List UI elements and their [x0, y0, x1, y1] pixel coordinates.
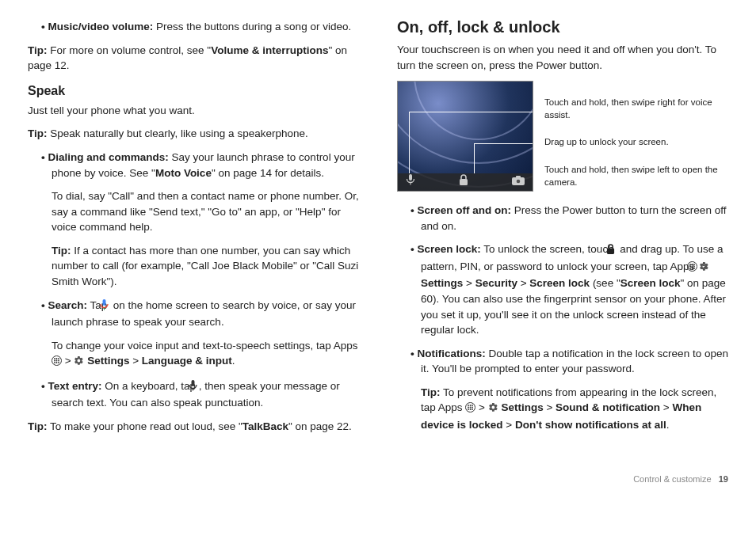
svg-point-38	[468, 409, 469, 410]
lockscreen-hints: Touch and hold, then swipe right for voi…	[544, 81, 728, 192]
link-moto-voice[interactable]: Moto Voice	[155, 167, 212, 179]
svg-point-9	[54, 362, 55, 363]
svg-point-36	[470, 407, 472, 409]
svg-point-8	[58, 360, 59, 362]
svg-rect-15	[410, 183, 411, 185]
link-talkback[interactable]: TalkBack	[242, 420, 288, 432]
tip-label: Tip:	[28, 44, 48, 56]
bullet-notifications: Notifications: Double tap a notification…	[421, 346, 728, 377]
heading-on-off-lock: On, off, lock & unlock	[397, 16, 728, 39]
lockscreen-preview	[397, 81, 533, 192]
text: To make your phone read out loud, see "	[48, 420, 242, 432]
lead: Screen off and on:	[417, 204, 511, 216]
hint-camera-swipe: Touch and hold, then swipe left to open …	[544, 164, 728, 188]
bullet-search: Search: Tap on the home screen to search…	[52, 298, 359, 330]
svg-point-32	[468, 405, 469, 406]
voice-assist-icon	[406, 174, 415, 190]
text: Press the buttons during a song or video…	[153, 21, 351, 32]
two-column-layout: Music/video volume: Press the buttons du…	[28, 16, 728, 442]
settings-label: Settings	[421, 277, 463, 289]
search-settings-path: To change your voice input and text-to-s…	[52, 338, 359, 371]
svg-point-23	[692, 264, 693, 265]
svg-point-26	[692, 265, 693, 267]
bullet-text-entry: Text entry: On a keyboard, tap , then sp…	[52, 378, 359, 411]
text: Speak naturally but clearly, like using …	[48, 127, 308, 139]
tip-label: Tip:	[52, 245, 71, 257]
security-label: Security	[475, 277, 517, 289]
svg-rect-14	[409, 174, 412, 181]
settings-label: Settings	[498, 401, 544, 413]
bullet-screen-lock: Screen lock: To unlock the screen, touch…	[421, 241, 728, 337]
tip-label: Tip:	[28, 127, 48, 139]
lead: Screen lock:	[417, 243, 480, 255]
svg-point-40	[472, 409, 473, 410]
lead: Notifications:	[417, 348, 485, 359]
notifications-tip: Tip: To prevent notifications from appea…	[421, 385, 728, 433]
screen-lock-label: Screen lock	[529, 277, 590, 289]
text: On a keyboard, tap	[102, 380, 199, 392]
text: To change your voice input and text-to-s…	[52, 340, 358, 352]
svg-point-29	[692, 268, 693, 269]
svg-rect-1	[104, 307, 105, 310]
lead: Music/video volume:	[48, 21, 153, 32]
callout-line	[409, 112, 533, 112]
svg-rect-12	[191, 380, 194, 386]
bullet-music-video: Music/video volume: Press the buttons du…	[52, 19, 359, 35]
text: If a contact has more than one number, y…	[52, 245, 358, 287]
dialing-paragraph: To dial, say "Call" and then a contact n…	[52, 188, 359, 235]
page-footer: Control & customize 19	[28, 473, 728, 486]
callout-line	[474, 143, 533, 144]
svg-point-24	[693, 264, 695, 265]
svg-rect-16	[460, 179, 468, 185]
dont-show-label: Don't show notifications at all	[515, 419, 666, 431]
tip-speak: Tip: Speak naturally but clearly, like u…	[28, 126, 359, 142]
bullet-screen-off: Screen off and on: Press the Power butto…	[421, 203, 728, 234]
lead: Search:	[48, 299, 87, 311]
text: To unlock the screen, touch	[481, 243, 617, 255]
link-volume-interruptions[interactable]: Volume & interruptions	[211, 44, 328, 56]
settings-label: Settings	[84, 355, 129, 367]
lead: Text entry:	[48, 380, 101, 392]
intro-on-off: Your touchscreen is on when you need it …	[397, 42, 728, 73]
tip-label: Tip:	[28, 420, 48, 432]
svg-point-30	[693, 268, 695, 269]
tip-volume: Tip: For more on volume control, see "Vo…	[28, 43, 359, 74]
svg-point-6	[54, 360, 55, 362]
right-column: On, off, lock & unlock Your touchscreen …	[397, 16, 728, 442]
svg-rect-20	[607, 249, 614, 254]
bullet-dialing: Dialing and commands: Say your launch ph…	[52, 150, 359, 181]
text: " on page 14 for details.	[212, 167, 324, 179]
svg-point-7	[56, 360, 58, 362]
apps-icon	[465, 401, 475, 417]
callout-line	[409, 112, 410, 173]
svg-point-28	[689, 268, 691, 269]
svg-point-27	[693, 265, 695, 267]
tip-talkback: Tip: To make your phone read out loud, s…	[28, 419, 359, 435]
svg-point-4	[56, 358, 58, 359]
svg-point-25	[689, 265, 691, 267]
svg-point-10	[56, 362, 58, 363]
svg-point-39	[470, 409, 472, 410]
svg-point-34	[472, 405, 473, 406]
camera-icon	[512, 174, 525, 190]
svg-point-3	[54, 358, 55, 359]
svg-point-35	[468, 407, 469, 409]
callout-line	[474, 143, 475, 173]
link-screen-lock[interactable]: Screen lock	[620, 277, 681, 289]
text: (see "	[590, 277, 620, 289]
lockscreen-figure: Touch and hold, then swipe right for voi…	[397, 81, 728, 192]
lock-icon	[459, 174, 468, 190]
hint-drag-unlock: Drag up to unlock your screen.	[544, 136, 728, 149]
tip-label: Tip:	[421, 386, 441, 398]
svg-point-22	[689, 264, 691, 265]
language-input-label: Language & input	[142, 355, 232, 367]
sound-notification-label: Sound & notification	[556, 401, 660, 413]
footer-page-number: 19	[719, 474, 728, 484]
footer-section: Control & customize	[633, 474, 711, 484]
lead: Dialing and commands:	[48, 151, 168, 163]
settings-gear-icon	[488, 401, 498, 417]
svg-point-37	[472, 407, 473, 409]
hint-voice-assist: Touch and hold, then swipe right for voi…	[544, 97, 728, 121]
settings-gear-icon	[74, 355, 84, 371]
dialing-tip: Tip: If a contact has more than one numb…	[52, 243, 359, 290]
